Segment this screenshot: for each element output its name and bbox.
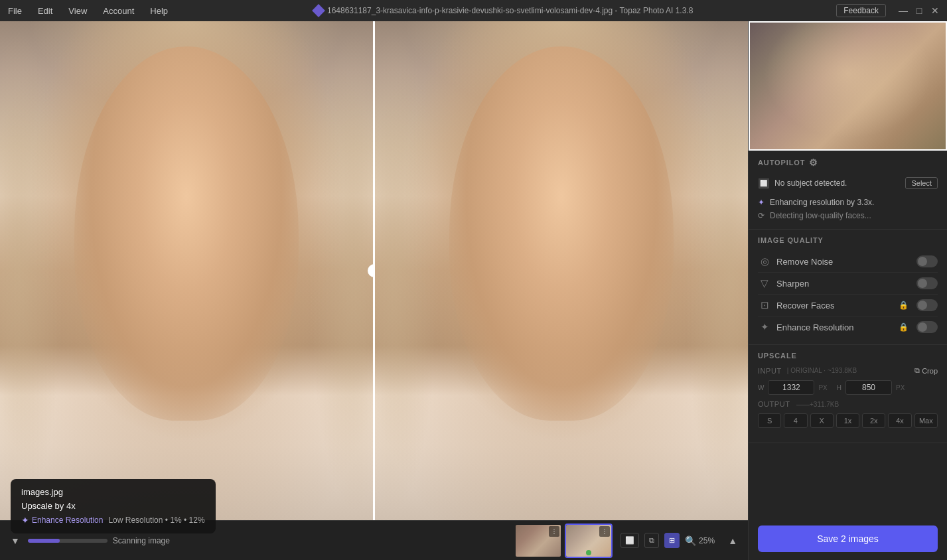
width-label: W [758,384,764,391]
width-unit: PX [818,384,827,391]
titlebar: File Edit View Account Help 1648631187_3… [0,0,947,21]
input-label: INPUT [758,367,782,375]
right-image-panel [375,21,748,520]
output-label: OUTPUT [758,400,791,408]
height-input[interactable] [845,380,892,395]
scale-max-button[interactable]: Max [914,413,938,428]
menu-view[interactable]: View [66,5,90,17]
detecting-row: ⟳ Detecting low-quality faces... [758,209,938,222]
dimension-row: W PX H PX [758,380,938,395]
film-thumb-2-menu-button[interactable]: ⋮ [599,526,610,537]
no-subject-icon: 🔲 [758,178,769,188]
menu-help[interactable]: Help [147,5,171,17]
output-size-text: ——+311.7KB [796,401,938,408]
input-meta-text: | ORIGINAL · ~193.8KB [787,367,909,374]
menu-file[interactable]: File [5,5,25,17]
recover-faces-row: ⊡ Recover Faces 🔒 [758,295,938,316]
no-subject-text: No subject detected. [774,178,900,188]
single-view-button[interactable]: ⬜ [620,533,639,548]
sharpen-row: ▽ Sharpen [758,273,938,295]
filmstrip-thumb-2[interactable]: ⋮ [565,524,613,558]
upscale-title: UPSCALE [758,352,938,360]
zoom-level-text: 25% [699,536,715,545]
scale-1x-button[interactable]: 1x [836,413,859,428]
enhance-resolution-label: ✦ Enhance Resolution [21,515,103,525]
right-panel: AUTOPILOT ⚙ 🔲 No subject detected. Selec… [748,21,947,560]
preview-thumbnail [749,21,947,151]
image-quality-title: IMAGE QUALITY [758,236,938,244]
select-subject-button[interactable]: Select [905,177,938,189]
film-active-indicator [586,550,591,555]
height-unit: PX [896,384,905,391]
split-view-button[interactable]: ⧉ [644,533,659,548]
low-res-info: Low Resolution • 1% • 12% [108,516,204,525]
progress-bar-container [28,539,108,543]
minimize-button[interactable]: — [897,4,910,17]
tooltip-filename: images.jpg [21,487,205,497]
left-image-panel [0,21,373,520]
recover-faces-toggle[interactable] [916,299,938,311]
enhance-resolution-toggle[interactable] [916,321,938,333]
remove-noise-label: Remove Noise [776,257,911,267]
tooltip-upscale-info: Upscale by 4x [21,501,205,511]
crop-icon: ⧉ [914,366,920,375]
canvas-area: images.jpg Upscale by 4x ✦ Enhance Resol… [0,21,748,560]
face-layer [74,46,298,421]
film-thumb-1-menu-button[interactable]: ⋮ [549,526,559,537]
scale-s-button[interactable]: S [758,413,781,428]
menu-bar: File Edit View Account Help [5,5,171,17]
maximize-button[interactable]: □ [912,4,926,17]
enhancing-row: ✦ Enhancing resolution by 3.3x. [758,196,938,209]
filmstrip: ⋮ ⋮ [512,521,615,561]
close-button[interactable]: ✕ [928,4,942,17]
compare-view-button[interactable]: ⊞ [664,533,680,548]
autopilot-section: AUTOPILOT ⚙ 🔲 No subject detected. Selec… [749,151,947,230]
scroll-up-button[interactable]: ▲ [725,533,740,549]
bottom-left-controls: ▼ Scanning image [8,533,506,549]
upscale-section: UPSCALE INPUT | ORIGINAL · ~193.8KB ⧉ Cr… [749,345,947,443]
main-layout: images.jpg Upscale by 4x ✦ Enhance Resol… [0,21,947,560]
bottom-view-controls: ⬜ ⧉ ⊞ 🔍 25% [620,533,715,548]
height-label: H [837,384,841,391]
scale-buttons-group: S 4 X 1x 2x 4x Max [758,413,938,428]
zoom-icon: 🔍 [685,535,696,546]
zoom-control: 🔍 25% [685,535,715,546]
menu-edit[interactable]: Edit [35,5,55,17]
progress-bar-fill [28,539,60,543]
image-quality-section: IMAGE QUALITY ◎ Remove Noise ▽ Sharpen ⊡ [749,230,947,345]
autopilot-settings-icon[interactable]: ⚙ [809,157,818,168]
menu-account[interactable]: Account [100,5,137,17]
face-layer-2 [449,46,673,421]
scanning-status-text: Scanning image [113,536,170,545]
scale-4x-button[interactable]: 4x [888,413,911,428]
scale-4-button[interactable]: 4 [784,413,807,428]
sharpen-toggle[interactable] [916,277,938,289]
sharpen-label: Sharpen [776,279,911,289]
enhance-resolution-row: ✦ Enhance Resolution 🔒 [758,316,938,338]
width-input[interactable] [768,380,814,395]
window-title: 1648631187_3-krasavica-info-p-krasivie-d… [314,6,693,15]
crop-button[interactable]: ⧉ Crop [914,366,938,375]
detecting-spinner-icon: ⟳ [758,211,765,220]
filmstrip-toggle-button[interactable]: ▼ [8,533,23,549]
scale-x-button[interactable]: X [810,413,834,428]
enhancing-icon: ✦ [758,198,765,207]
crop-label: Crop [922,367,938,375]
panel-scroll-area: AUTOPILOT ⚙ 🔲 No subject detected. Selec… [749,151,947,518]
enhancing-text: Enhancing resolution by 3.3x. [770,198,874,207]
feedback-button[interactable]: Feedback [836,4,886,17]
enhance-resolution-icon: ✦ [758,321,771,333]
filmstrip-thumb-1[interactable]: ⋮ [514,524,562,558]
detecting-text: Detecting low-quality faces... [770,211,871,220]
sharpen-icon: ▽ [758,277,771,289]
original-image [0,21,373,520]
tooltip-enhance-info: ✦ Enhance Resolution Low Resolution • 1%… [21,515,205,525]
no-subject-row: 🔲 No subject detected. Select [758,175,938,192]
app-logo-icon [312,4,325,17]
save-button[interactable]: Save 2 images [758,525,938,552]
remove-noise-toggle[interactable] [916,255,938,267]
recover-faces-icon: ⊡ [758,299,771,311]
recover-faces-label: Recover Faces [776,301,893,311]
scale-2x-button[interactable]: 2x [862,413,885,428]
image-tooltip: images.jpg Upscale by 4x ✦ Enhance Resol… [11,479,216,533]
